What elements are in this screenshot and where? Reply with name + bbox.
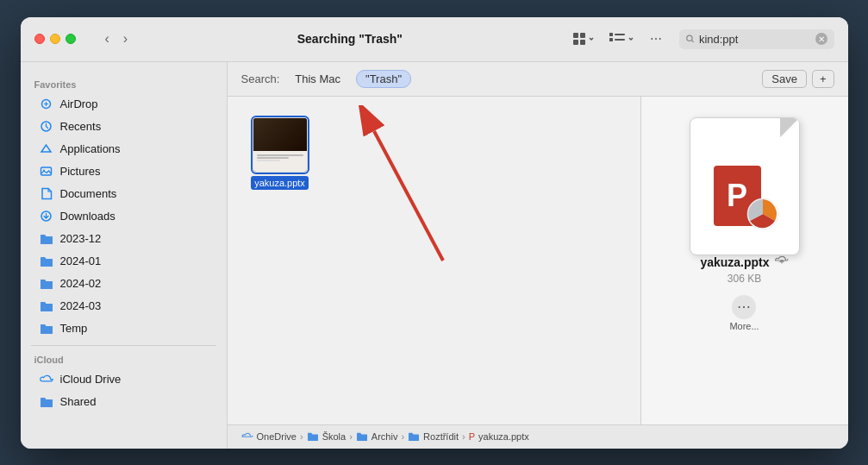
- svg-rect-5: [609, 38, 613, 41]
- sidebar-item-2024-01[interactable]: 2024-01: [26, 250, 222, 273]
- sidebar-item-airdrop[interactable]: AirDrop: [26, 93, 222, 116]
- finder-window: ‹ › Searching "Trash": [21, 17, 848, 449]
- svg-rect-7: [615, 39, 625, 41]
- sidebar-item-documents[interactable]: Documents: [26, 183, 222, 205]
- svg-line-16: [374, 131, 443, 261]
- main-content: Search: This Mac "Trash" Save +: [228, 62, 848, 449]
- sidebar-item-label: Documents: [60, 187, 117, 200]
- scope-trash-button[interactable]: "Trash": [356, 70, 411, 88]
- sidebar-item-label: AirDrop: [60, 97, 98, 110]
- folder-icon: [40, 232, 53, 246]
- breadcrumb-sep-3: ›: [401, 431, 404, 442]
- view-controls: ⋯: [567, 28, 669, 49]
- folder-icon: [40, 277, 53, 291]
- traffic-lights: [34, 34, 76, 44]
- content-wrapper: yakuza.pptx: [228, 97, 848, 424]
- save-search-button[interactable]: Save: [762, 70, 807, 88]
- svg-rect-6: [615, 34, 625, 35]
- search-input[interactable]: [699, 33, 810, 46]
- preview-filesize: 306 KB: [727, 273, 761, 285]
- folder-icon-small: [356, 431, 368, 442]
- breadcrumb-onedrive[interactable]: OneDrive: [241, 431, 297, 442]
- search-label: Search:: [241, 72, 280, 85]
- svg-rect-4: [609, 33, 613, 36]
- preview-icon: P: [690, 117, 800, 255]
- search-actions: Save +: [762, 70, 834, 88]
- svg-rect-12: [41, 167, 52, 175]
- sidebar-item-label: Pictures: [60, 165, 101, 178]
- sidebar-item-recents[interactable]: Recents: [26, 116, 222, 138]
- sidebar-item-label: 2024-01: [60, 254, 102, 267]
- preview-panel: P: [641, 97, 848, 424]
- titlebar: ‹ › Searching "Trash": [21, 17, 848, 62]
- svg-point-8: [686, 35, 691, 41]
- folder-icon-small: [307, 431, 319, 442]
- minimize-button[interactable]: [50, 34, 60, 44]
- cloud-upload-icon: [775, 255, 789, 268]
- sidebar: Favorites AirDrop Recents Applications: [21, 62, 228, 449]
- sidebar-item-label: 2024-02: [60, 277, 102, 290]
- sidebar-item-label: 2023-12: [60, 232, 102, 245]
- more-views-button[interactable]: ⋯: [643, 28, 669, 49]
- sidebar-item-label: 2024-03: [60, 299, 102, 312]
- back-button[interactable]: ‹: [100, 28, 115, 50]
- folder-icon: [40, 254, 53, 268]
- more-button[interactable]: ⋯ More...: [729, 295, 759, 331]
- breadcrumb-sep-1: ›: [300, 431, 303, 442]
- nav-buttons: ‹ ›: [100, 28, 134, 50]
- file-grid: yakuza.pptx: [228, 97, 641, 424]
- folder-icon: [40, 299, 53, 313]
- sidebar-item-label: Shared: [60, 395, 97, 408]
- close-button[interactable]: [34, 34, 45, 44]
- preview-filename: yakuza.pptx: [700, 255, 788, 269]
- svg-line-9: [691, 41, 693, 42]
- forward-button[interactable]: ›: [118, 28, 133, 50]
- svg-rect-0: [573, 33, 578, 38]
- shared-icon: [40, 395, 53, 409]
- file-item-yakuza[interactable]: yakuza.pptx: [241, 110, 319, 193]
- sidebar-item-2023-12[interactable]: 2023-12: [26, 228, 222, 250]
- breadcrumb-file[interactable]: P yakuza.pptx: [469, 431, 529, 442]
- search-clear-button[interactable]: ✕: [815, 33, 827, 45]
- svg-rect-2: [573, 40, 578, 45]
- breadcrumb-sep-2: ›: [349, 431, 353, 442]
- sidebar-item-icloud-drive[interactable]: iCloud Drive: [26, 368, 222, 391]
- folder-icon: [40, 322, 53, 336]
- icon-view-button[interactable]: [567, 28, 600, 49]
- sidebar-item-2024-02[interactable]: 2024-02: [26, 273, 222, 295]
- sidebar-item-label: iCloud Drive: [60, 373, 122, 386]
- breadcrumb-roztridit[interactable]: Roztřídit: [408, 431, 459, 442]
- sidebar-item-applications[interactable]: Applications: [26, 138, 222, 160]
- sidebar-item-label: Recents: [60, 120, 102, 133]
- more-icon: ⋯: [732, 295, 756, 319]
- scope-this-mac-button[interactable]: This Mac: [290, 71, 346, 87]
- sidebar-item-downloads[interactable]: Downloads: [26, 205, 222, 228]
- svg-rect-3: [580, 40, 585, 45]
- sidebar-item-label: Downloads: [60, 210, 116, 223]
- downloads-icon: [40, 210, 53, 223]
- favorites-section-label: Favorites: [21, 76, 227, 93]
- search-icon: [686, 34, 694, 44]
- applications-icon: [40, 142, 53, 156]
- sidebar-item-2024-03[interactable]: 2024-03: [26, 295, 222, 317]
- maximize-button[interactable]: [66, 34, 76, 44]
- folder-icon-small: [408, 431, 420, 442]
- documents-icon: [40, 187, 53, 201]
- list-view-button[interactable]: [603, 28, 640, 49]
- sidebar-item-shared[interactable]: Shared: [26, 391, 222, 413]
- more-label: More...: [729, 321, 759, 331]
- breadcrumb-skola[interactable]: Škola: [307, 431, 347, 442]
- breadcrumb-archiv[interactable]: Archiv: [356, 431, 398, 442]
- sidebar-item-label: Applications: [60, 142, 121, 155]
- bottom-bar: OneDrive › Škola › Archiv › Roztřídit ›: [228, 424, 848, 449]
- breadcrumb-sep-4: ›: [462, 431, 465, 442]
- icloud-section-label: iCloud: [21, 351, 227, 368]
- window-title: Searching "Trash": [143, 32, 556, 46]
- add-criteria-button[interactable]: +: [812, 70, 834, 88]
- search-bar[interactable]: ✕: [679, 29, 834, 49]
- sidebar-item-pictures[interactable]: Pictures: [26, 160, 222, 183]
- sidebar-item-temp[interactable]: Temp: [26, 317, 222, 340]
- search-scope-row: Search: This Mac "Trash" Save +: [228, 62, 848, 97]
- ppt-logo: P: [690, 137, 799, 254]
- sidebar-divider: [31, 345, 216, 346]
